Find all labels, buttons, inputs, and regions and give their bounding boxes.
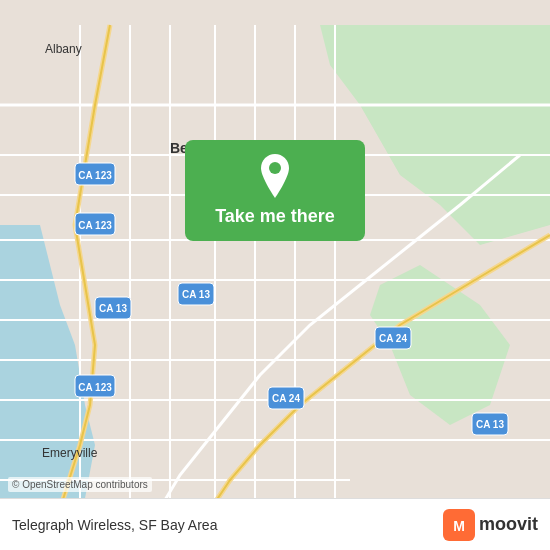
map-attribution: © OpenStreetMap contributors	[8, 477, 152, 492]
svg-text:CA 13: CA 13	[182, 289, 210, 300]
moovit-label: moovit	[479, 514, 538, 535]
moovit-icon: M	[443, 509, 475, 541]
bottom-bar: Telegraph Wireless, SF Bay Area M moovit	[0, 498, 550, 550]
cta-button-container: Take me there	[185, 140, 365, 241]
svg-text:CA 123: CA 123	[78, 170, 112, 181]
svg-text:Emeryville: Emeryville	[42, 446, 98, 460]
attribution-text: © OpenStreetMap contributors	[12, 479, 148, 490]
map-container: CA 123 CA 123 CA 123 CA 13 CA 13 CA 13 C…	[0, 0, 550, 550]
svg-text:CA 123: CA 123	[78, 382, 112, 393]
cta-label: Take me there	[215, 206, 335, 227]
svg-text:CA 24: CA 24	[379, 333, 407, 344]
location-label: Telegraph Wireless, SF Bay Area	[12, 517, 217, 533]
svg-text:CA 13: CA 13	[99, 303, 127, 314]
svg-text:CA 13: CA 13	[476, 419, 504, 430]
svg-text:CA 24: CA 24	[272, 393, 300, 404]
svg-text:CA 123: CA 123	[78, 220, 112, 231]
svg-text:M: M	[453, 518, 465, 534]
take-me-there-button[interactable]: Take me there	[185, 140, 365, 241]
svg-point-41	[269, 162, 281, 174]
moovit-logo: M moovit	[443, 509, 538, 541]
map-background: CA 123 CA 123 CA 123 CA 13 CA 13 CA 13 C…	[0, 0, 550, 550]
svg-text:Albany: Albany	[45, 42, 82, 56]
location-pin-icon	[257, 154, 293, 198]
